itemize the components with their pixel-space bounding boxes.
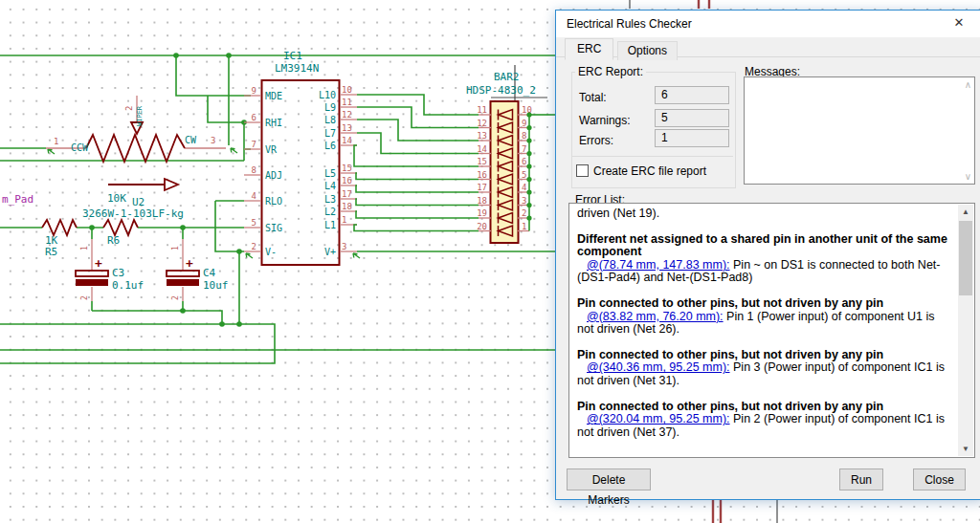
chevron-down-icon[interactable]: ∨ [965, 171, 971, 182]
c4-symbol[interactable]: + 1 2 C4 10uf [167, 239, 229, 301]
svg-text:L9: L9 [324, 102, 336, 113]
c3-symbol[interactable]: + 1 2 C3 0.1uf [76, 239, 144, 301]
net-label-m-pad[interactable]: m_Pad [2, 193, 33, 206]
scrollbar-thumb[interactable] [959, 221, 972, 295]
error-detail: @(78.74 mm, 147.83 mm): Pin ~ on DS1 is … [577, 259, 952, 285]
scroll-down-icon[interactable]: ▼ [958, 442, 973, 456]
svg-text:8: 8 [252, 165, 256, 175]
svg-text:6: 6 [522, 157, 526, 166]
svg-text:11: 11 [477, 105, 487, 115]
svg-text:14: 14 [477, 144, 487, 154]
pot-ccw-label: CCW [71, 142, 89, 153]
svg-text:13: 13 [477, 131, 487, 141]
tab-options[interactable]: Options [617, 41, 678, 60]
svg-text:L5: L5 [324, 168, 336, 179]
svg-text:2: 2 [522, 208, 526, 218]
svg-text:5: 5 [522, 170, 526, 180]
delete-markers-button[interactable]: Delete Markers [567, 469, 651, 490]
svg-text:4: 4 [522, 183, 526, 192]
scroll-up-icon[interactable]: ▲ [958, 205, 973, 219]
svg-text:6: 6 [252, 113, 256, 122]
potentiometer-symbol[interactable]: 1 2 3 CCW CW WIPER 10K U2 3266W-1-103LF-… [46, 96, 226, 220]
error-heading: Pin connected to other pins, but not dri… [577, 349, 952, 362]
close-icon[interactable]: ✕ [949, 15, 969, 33]
svg-text:L7: L7 [324, 128, 336, 139]
error-location-link[interactable]: @(320.04 mm, 95.25 mm): [587, 412, 730, 425]
close-button[interactable]: Close [913, 469, 966, 490]
svg-text:15: 15 [477, 157, 487, 166]
c4-plus-icon: + [186, 256, 193, 271]
r5-symbol[interactable]: 1K R5 [42, 220, 77, 258]
c3-plus-icon: + [95, 256, 102, 271]
svg-text:16: 16 [342, 176, 352, 185]
ic1-ref: IC1 [283, 50, 302, 62]
svg-text:ADJ: ADJ [265, 170, 282, 181]
total-label: Total: [579, 89, 607, 107]
svg-text:3: 3 [342, 242, 346, 251]
svg-text:5: 5 [252, 218, 256, 228]
error-heading: Different net assigned to a shared pin i… [577, 233, 952, 259]
svg-text:RLO: RLO [265, 196, 282, 207]
r6-ref: R6 [107, 234, 120, 247]
svg-text:L1: L1 [324, 220, 336, 230]
svg-text:2: 2 [252, 242, 256, 251]
svg-text:20: 20 [477, 222, 487, 231]
error-detail: @(340.36 mm, 95.25 mm): Pin 3 (Power inp… [577, 361, 952, 387]
svg-text:17: 17 [342, 189, 352, 199]
error-location-link[interactable]: @(78.74 mm, 147.83 mm): [587, 258, 730, 272]
erc-dialog: Electrical Rules Checker ✕ ERC Options E… [555, 10, 980, 500]
svg-text:L2: L2 [324, 207, 336, 217]
error-location-link[interactable]: @(340.36 mm, 95.25 mm): [587, 360, 730, 374]
svg-text:V-: V- [265, 247, 277, 257]
svg-text:L6: L6 [324, 141, 336, 151]
run-button[interactable]: Run [839, 469, 883, 490]
r6-symbol[interactable]: R6 [103, 220, 138, 247]
erc-marker-arrows[interactable] [48, 148, 360, 258]
tab-erc[interactable]: ERC [565, 38, 613, 60]
messages-box[interactable]: ∧ ∨ [744, 76, 975, 185]
svg-text:7: 7 [252, 140, 256, 149]
dialog-titlebar[interactable]: Electrical Rules Checker ✕ [556, 11, 980, 37]
total-field[interactable]: 6 [655, 86, 729, 104]
svg-text:L3: L3 [324, 194, 336, 205]
svg-text:SIG: SIG [265, 223, 282, 233]
ic1-value: LM3914N [275, 62, 319, 75]
dialog-title: Electrical Rules Checker [567, 17, 692, 31]
svg-text:10: 10 [342, 85, 352, 95]
svg-text:1: 1 [342, 215, 346, 225]
error-list-box[interactable]: driven (Net 19). Different net assigned … [568, 203, 975, 458]
warnings-field[interactable]: 5 [655, 109, 729, 127]
svg-text:11: 11 [342, 98, 352, 107]
errors-field[interactable]: 1 [655, 129, 729, 147]
c3-pin2: 2 [80, 295, 89, 300]
c4-pin2: 2 [171, 295, 180, 300]
error-detail: @(320.04 mm, 95.25 mm): Pin 2 (Power inp… [577, 413, 952, 439]
c4-pin1: 1 [171, 246, 180, 251]
pot-wiper-label: WIPER [136, 105, 144, 126]
c4-value: 10uf [203, 279, 229, 292]
error-list-scrollbar[interactable]: ▲ ▼ [958, 205, 973, 456]
erc-report-label: ERC Report: [575, 65, 646, 78]
error-location-link[interactable]: @(83.82 mm, 76.20 mm): [587, 310, 724, 323]
svg-text:13: 13 [342, 123, 352, 133]
error-heading: Pin connected to other pins, but not dri… [577, 297, 952, 311]
direction-arrow-icon [108, 179, 178, 190]
warnings-label: Warnings: [579, 112, 631, 130]
chevron-up-icon[interactable]: ∧ [965, 79, 971, 90]
groupbox-separator [572, 156, 733, 157]
svg-text:4: 4 [252, 191, 256, 201]
svg-text:L8: L8 [324, 115, 336, 125]
svg-text:9: 9 [252, 86, 256, 96]
create-erc-file-report-checkbox[interactable] [576, 164, 589, 177]
svg-text:8: 8 [522, 131, 526, 141]
error-list-content[interactable]: driven (Net 19). Different net assigned … [569, 204, 958, 457]
svg-text:MDE: MDE [265, 91, 282, 101]
svg-text:18: 18 [477, 196, 487, 206]
bar2-ref: BAR2 [494, 71, 520, 83]
pot-cw-label: CW [185, 135, 197, 145]
pot-resistance: 10K [107, 192, 126, 205]
pot-pin1-number: 1 [54, 137, 58, 146]
error-detail: @(83.82 mm, 76.20 mm): Pin 1 (Power inpu… [577, 311, 952, 337]
error-heading: Pin connected to other pins, but not dri… [577, 401, 952, 414]
svg-text:16: 16 [477, 170, 487, 180]
